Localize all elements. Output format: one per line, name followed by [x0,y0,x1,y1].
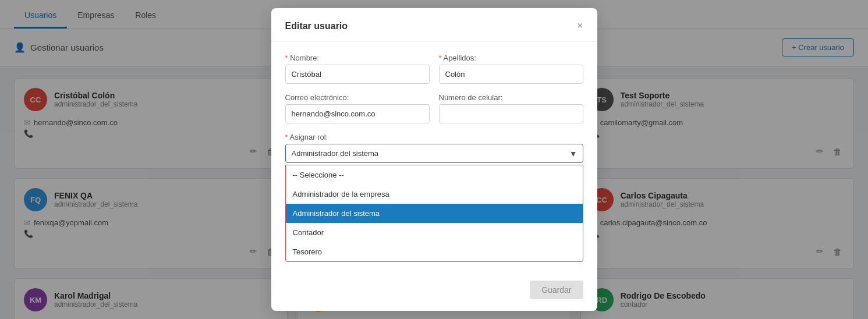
dropdown-options: -- Seleccione -- Administrador de la emp… [285,165,583,262]
nombre-field-group: * Nombre: [285,54,430,84]
modal-header: Editar usuario × [271,8,597,42]
celular-input[interactable] [439,104,583,123]
option-contador[interactable]: Contador [286,223,583,242]
correo-field-group: Correo electrónico: [285,93,430,123]
apellidos-required: * [439,54,442,62]
rol-select[interactable]: -- Seleccione --Administrador de la empr… [285,144,583,163]
modal-overlay[interactable]: Editar usuario × * Nombre: * Apellidos: [0,0,868,319]
modal-title: Editar usuario [285,21,348,31]
celular-label: Número de celular: [439,93,583,102]
apellidos-input[interactable] [439,65,583,84]
rol-label: * Asignar rol: [285,133,583,141]
rol-required: * [285,133,288,141]
option-admin-sistema[interactable]: Administrador del sistema [286,204,583,223]
celular-field-group: Número de celular: [439,93,583,123]
correo-input[interactable] [285,104,430,123]
option-seleccione[interactable]: -- Seleccione -- [286,165,583,185]
option-tesorero[interactable]: Tesorero [286,242,583,261]
correo-label: Correo electrónico: [285,93,430,102]
nombre-label: * Nombre: [285,54,430,62]
nombre-required: * [285,54,288,62]
apellidos-label: * Apellidos: [439,54,583,62]
modal-close-button[interactable]: × [577,20,583,32]
rol-select-wrapper: -- Seleccione --Administrador de la empr… [285,144,583,163]
nombre-input[interactable] [285,65,430,84]
rol-field-group: * Asignar rol: -- Seleccione --Administr… [285,133,583,262]
modal-body: * Nombre: * Apellidos: Correo electrónic… [271,42,597,274]
apellidos-field-group: * Apellidos: [439,54,583,84]
edit-user-modal: Editar usuario × * Nombre: * Apellidos: [271,8,597,311]
modal-footer: Guardar [271,274,597,311]
option-admin-empresa[interactable]: Administrador de la empresa [286,185,583,204]
save-button[interactable]: Guardar [530,281,583,299]
